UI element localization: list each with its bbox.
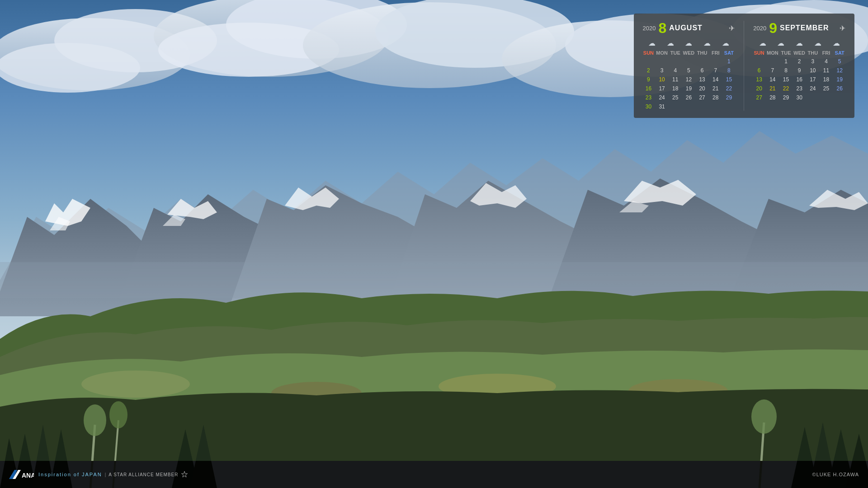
august-month-num: 8 xyxy=(659,21,667,35)
sep-w5-wed: 30 xyxy=(793,94,805,102)
september-calendar: 2020 9 SEPTEMBER ✈ ☁ ☁ ☁ ☁ ☁ SUN MON TUE… xyxy=(753,21,845,111)
cloud-icon-1: ☁ xyxy=(648,39,656,47)
sep-w3-sat: 19 xyxy=(834,75,845,84)
aug-w5-fri: 28 xyxy=(710,94,722,102)
sep-w5-thu xyxy=(807,94,819,102)
sep-w1-thu: 3 xyxy=(807,57,819,66)
sep-grid: SUN MON TUE WED THU FRI SAT 1 2 3 4 5 6 … xyxy=(753,49,845,102)
svg-point-30 xyxy=(81,371,190,398)
august-year: 2020 xyxy=(643,25,656,32)
sep-w5-tue: 29 xyxy=(780,94,792,102)
aug-w6-sun: 30 xyxy=(643,103,655,111)
sep-header-fri: FRI xyxy=(821,49,832,56)
sep-w4-sat: 26 xyxy=(834,84,845,93)
aug-w4-mon: 17 xyxy=(656,84,668,93)
aug-w2-fri: 7 xyxy=(710,66,722,75)
sep-month-name: SEPTEMBER xyxy=(780,24,829,32)
aug-w5-tue: 25 xyxy=(670,94,681,102)
aug-w5-thu: 27 xyxy=(696,94,708,102)
ana-branding-text: Inspiration of JAPAN | A STAR ALLIANCE M… xyxy=(38,471,188,478)
sep-w2-thu: 10 xyxy=(807,66,819,75)
sep-year: 2020 xyxy=(753,25,766,32)
aug-w5-sun: 23 xyxy=(643,94,655,102)
aug-w1-thu xyxy=(696,57,708,66)
svg-point-45 xyxy=(84,404,106,436)
aug-w2-sun: 2 xyxy=(643,66,655,75)
aug-w1-sun xyxy=(643,57,655,66)
sep-w3-fri: 18 xyxy=(821,75,832,84)
ana-tagline: Inspiration of JAPAN xyxy=(38,472,102,477)
aug-w4-sat: 22 xyxy=(723,84,735,93)
aug-w4-tue: 18 xyxy=(670,84,681,93)
september-header: 2020 9 SEPTEMBER ✈ xyxy=(753,21,845,35)
aug-w6-sat xyxy=(723,103,735,111)
aug-w4-sun: 16 xyxy=(643,84,655,93)
august-grid: SUN MON TUE WED THU FRI SAT 1 2 3 4 5 6 … xyxy=(643,49,735,111)
aug-header-fri: FRI xyxy=(710,49,722,56)
august-plane-icon: ✈ xyxy=(729,24,735,33)
sep-w4-tue: 22 xyxy=(780,84,792,93)
sep-w5-fri xyxy=(821,94,832,102)
sep-cloud-icon-1: ☁ xyxy=(759,39,766,47)
sep-w3-sun: 13 xyxy=(753,75,765,84)
sep-w5-sat xyxy=(834,94,845,102)
aug-w3-wed: 12 xyxy=(683,75,695,84)
svg-point-49 xyxy=(751,399,777,434)
svg-marker-55 xyxy=(182,471,188,477)
sep-w4-fri: 25 xyxy=(821,84,832,93)
aug-w2-wed: 5 xyxy=(683,66,695,75)
sep-w2-mon: 7 xyxy=(767,66,778,75)
calendar-widget: 2020 8 AUGUST ✈ ☁ ☁ ☁ ☁ ☁ SUN MON TUE WE… xyxy=(634,14,854,118)
aug-w5-wed: 26 xyxy=(683,94,695,102)
sep-w2-tue: 8 xyxy=(780,66,792,75)
sep-header-tue: TUE xyxy=(780,49,792,56)
sep-month-num: 9 xyxy=(769,21,777,35)
sep-header-sat: SAT xyxy=(834,49,845,56)
aug-header-sat: SAT xyxy=(723,49,735,56)
aug-w6-fri xyxy=(710,103,722,111)
aug-w4-thu: 20 xyxy=(696,84,708,93)
sep-w1-wed: 2 xyxy=(793,57,805,66)
aug-w3-sat: 15 xyxy=(723,75,735,84)
aug-w3-sun: 9 xyxy=(643,75,655,84)
sep-w3-thu: 17 xyxy=(807,75,819,84)
sep-header-sun: SUN xyxy=(753,49,765,56)
aug-header-tue: TUE xyxy=(670,49,681,56)
cloud-icon-5: ☁ xyxy=(722,39,729,47)
aug-w4-wed: 19 xyxy=(683,84,695,93)
svg-point-47 xyxy=(109,401,127,428)
aug-w6-mon: 31 xyxy=(656,103,668,111)
aug-w3-fri: 14 xyxy=(710,75,722,84)
sep-w3-tue: 15 xyxy=(780,75,792,84)
august-calendar: 2020 8 AUGUST ✈ ☁ ☁ ☁ ☁ ☁ SUN MON TUE WE… xyxy=(643,21,735,111)
sep-w1-mon xyxy=(767,57,778,66)
sep-w2-fri: 11 xyxy=(821,66,832,75)
sep-cloud-icon-3: ☁ xyxy=(796,39,803,47)
sep-cloud-icon-4: ☁ xyxy=(814,39,821,47)
sep-w5-sun: 27 xyxy=(753,94,765,102)
aug-w4-fri: 21 xyxy=(710,84,722,93)
star-alliance-icon xyxy=(181,471,188,478)
ana-logo-svg: ANA xyxy=(9,468,34,481)
aug-w2-mon: 3 xyxy=(656,66,668,75)
aug-w6-thu xyxy=(696,103,708,111)
sep-clouds: ☁ ☁ ☁ ☁ ☁ xyxy=(753,39,845,47)
sep-header-thu: THU xyxy=(807,49,819,56)
aug-w6-tue xyxy=(670,103,681,111)
sep-w4-thu: 24 xyxy=(807,84,819,93)
sep-cloud-icon-2: ☁ xyxy=(777,39,784,47)
calendar-divider xyxy=(744,21,744,111)
copyright-text: ©LUKE H.OZAWA xyxy=(812,472,859,477)
cloud-icon-4: ☁ xyxy=(703,39,711,47)
ana-alliance: A STAR ALLIANCE MEMBER xyxy=(108,472,178,477)
aug-w5-sat: 29 xyxy=(723,94,735,102)
sep-w2-sun: 6 xyxy=(753,66,765,75)
sep-w1-sat: 5 xyxy=(834,57,845,66)
sep-w3-wed: 16 xyxy=(793,75,805,84)
aug-w1-mon xyxy=(656,57,668,66)
cloud-icon-3: ☁ xyxy=(685,39,692,47)
sep-w4-wed: 23 xyxy=(793,84,805,93)
sep-w3-mon: 14 xyxy=(767,75,778,84)
sep-header-mon: MON xyxy=(767,49,778,56)
sep-w2-wed: 9 xyxy=(793,66,805,75)
